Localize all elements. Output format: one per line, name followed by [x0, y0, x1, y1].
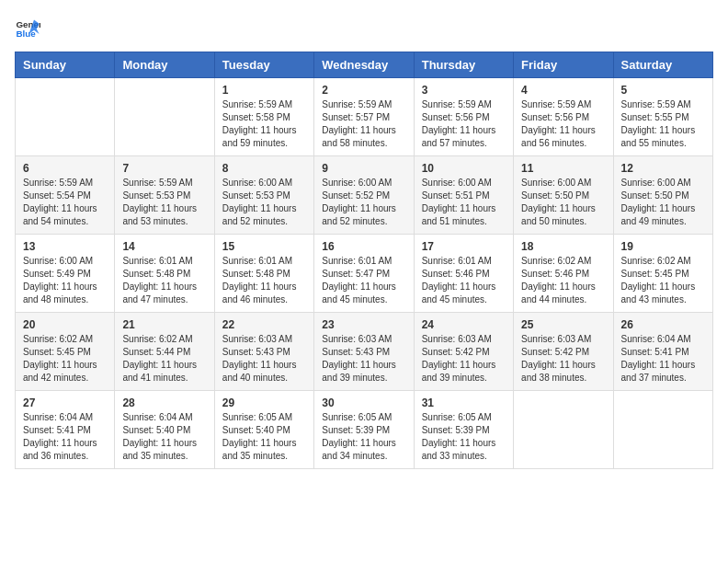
- calendar-cell: 8Sunrise: 6:00 AM Sunset: 5:53 PM Daylig…: [214, 156, 313, 235]
- calendar-cell: 7Sunrise: 5:59 AM Sunset: 5:53 PM Daylig…: [115, 156, 214, 235]
- page-header: General Blue: [15, 15, 713, 40]
- day-info: Sunrise: 6:01 AM Sunset: 5:46 PM Dayligh…: [422, 255, 506, 306]
- day-info: Sunrise: 6:00 AM Sunset: 5:50 PM Dayligh…: [521, 177, 605, 228]
- calendar-cell: 2Sunrise: 5:59 AM Sunset: 5:57 PM Daylig…: [314, 78, 414, 156]
- day-of-week-header: Sunday: [16, 52, 115, 78]
- day-info: Sunrise: 5:59 AM Sunset: 5:58 PM Dayligh…: [222, 98, 306, 150]
- calendar-cell: 26Sunrise: 6:04 AM Sunset: 5:41 PM Dayli…: [613, 313, 712, 391]
- day-info: Sunrise: 6:00 AM Sunset: 5:53 PM Dayligh…: [222, 177, 306, 228]
- calendar-cell: [514, 391, 613, 469]
- day-number: 28: [122, 396, 206, 409]
- day-info: Sunrise: 6:00 AM Sunset: 5:51 PM Dayligh…: [422, 177, 506, 228]
- calendar-cell: 10Sunrise: 6:00 AM Sunset: 5:51 PM Dayli…: [414, 156, 513, 235]
- day-number: 26: [621, 318, 705, 331]
- day-info: Sunrise: 6:05 AM Sunset: 5:40 PM Dayligh…: [222, 411, 306, 463]
- calendar-week-row: 20Sunrise: 6:02 AM Sunset: 5:45 PM Dayli…: [16, 313, 713, 391]
- calendar-cell: 19Sunrise: 6:02 AM Sunset: 5:45 PM Dayli…: [613, 235, 712, 313]
- calendar-cell: 22Sunrise: 6:03 AM Sunset: 5:43 PM Dayli…: [214, 313, 313, 391]
- day-number: 21: [122, 318, 206, 331]
- day-info: Sunrise: 6:04 AM Sunset: 5:41 PM Dayligh…: [23, 411, 107, 463]
- calendar-cell: 11Sunrise: 6:00 AM Sunset: 5:50 PM Dayli…: [514, 156, 613, 235]
- day-info: Sunrise: 6:05 AM Sunset: 5:39 PM Dayligh…: [322, 411, 405, 463]
- calendar-cell: 9Sunrise: 6:00 AM Sunset: 5:52 PM Daylig…: [314, 156, 414, 235]
- day-number: 24: [422, 318, 506, 331]
- day-number: 3: [422, 84, 506, 97]
- day-info: Sunrise: 6:00 AM Sunset: 5:49 PM Dayligh…: [23, 255, 107, 306]
- day-number: 1: [222, 84, 306, 97]
- day-info: Sunrise: 5:59 AM Sunset: 5:54 PM Dayligh…: [23, 177, 107, 228]
- day-info: Sunrise: 6:04 AM Sunset: 5:40 PM Dayligh…: [122, 411, 206, 463]
- calendar-cell: 29Sunrise: 6:05 AM Sunset: 5:40 PM Dayli…: [214, 391, 313, 469]
- day-info: Sunrise: 6:04 AM Sunset: 5:41 PM Dayligh…: [621, 333, 705, 385]
- day-info: Sunrise: 5:59 AM Sunset: 5:53 PM Dayligh…: [122, 177, 206, 228]
- day-info: Sunrise: 6:03 AM Sunset: 5:42 PM Dayligh…: [422, 333, 506, 385]
- day-info: Sunrise: 5:59 AM Sunset: 5:56 PM Dayligh…: [422, 98, 506, 150]
- day-number: 17: [422, 240, 506, 253]
- calendar-week-row: 13Sunrise: 6:00 AM Sunset: 5:49 PM Dayli…: [16, 235, 713, 313]
- day-info: Sunrise: 6:00 AM Sunset: 5:50 PM Dayligh…: [621, 177, 705, 228]
- day-number: 8: [222, 162, 306, 175]
- day-info: Sunrise: 6:05 AM Sunset: 5:39 PM Dayligh…: [422, 411, 506, 463]
- day-info: Sunrise: 6:03 AM Sunset: 5:42 PM Dayligh…: [521, 333, 605, 385]
- day-info: Sunrise: 6:00 AM Sunset: 5:52 PM Dayligh…: [322, 177, 405, 228]
- day-info: Sunrise: 6:01 AM Sunset: 5:48 PM Dayligh…: [122, 255, 206, 306]
- day-info: Sunrise: 6:03 AM Sunset: 5:43 PM Dayligh…: [222, 333, 306, 385]
- day-number: 4: [521, 84, 605, 97]
- day-number: 14: [122, 240, 206, 253]
- day-info: Sunrise: 6:02 AM Sunset: 5:45 PM Dayligh…: [621, 255, 705, 306]
- calendar-cell: 27Sunrise: 6:04 AM Sunset: 5:41 PM Dayli…: [16, 391, 115, 469]
- day-of-week-header: Saturday: [613, 52, 712, 78]
- calendar-cell: 21Sunrise: 6:02 AM Sunset: 5:44 PM Dayli…: [115, 313, 214, 391]
- day-number: 20: [23, 318, 107, 331]
- calendar-cell: 4Sunrise: 5:59 AM Sunset: 5:56 PM Daylig…: [514, 78, 613, 156]
- calendar-cell: 14Sunrise: 6:01 AM Sunset: 5:48 PM Dayli…: [115, 235, 214, 313]
- calendar-cell: 17Sunrise: 6:01 AM Sunset: 5:46 PM Dayli…: [414, 235, 513, 313]
- day-number: 11: [521, 162, 605, 175]
- calendar-cell: 12Sunrise: 6:00 AM Sunset: 5:50 PM Dayli…: [613, 156, 712, 235]
- day-number: 30: [322, 396, 405, 409]
- calendar-cell: [613, 391, 712, 469]
- calendar-cell: 16Sunrise: 6:01 AM Sunset: 5:47 PM Dayli…: [314, 235, 414, 313]
- day-number: 9: [322, 162, 405, 175]
- day-info: Sunrise: 6:02 AM Sunset: 5:46 PM Dayligh…: [521, 255, 605, 306]
- day-number: 23: [322, 318, 405, 331]
- day-number: 27: [23, 396, 107, 409]
- calendar-week-row: 27Sunrise: 6:04 AM Sunset: 5:41 PM Dayli…: [16, 391, 713, 469]
- calendar-cell: [16, 78, 115, 156]
- calendar-table: SundayMondayTuesdayWednesdayThursdayFrid…: [15, 52, 713, 469]
- calendar-cell: 24Sunrise: 6:03 AM Sunset: 5:42 PM Dayli…: [414, 313, 513, 391]
- day-of-week-header: Friday: [514, 52, 613, 78]
- day-number: 29: [222, 396, 306, 409]
- calendar-cell: 3Sunrise: 5:59 AM Sunset: 5:56 PM Daylig…: [414, 78, 513, 156]
- day-of-week-header: Tuesday: [214, 52, 313, 78]
- logo-icon: General Blue: [15, 15, 40, 40]
- calendar-week-row: 6Sunrise: 5:59 AM Sunset: 5:54 PM Daylig…: [16, 156, 713, 235]
- day-number: 6: [23, 162, 107, 175]
- calendar-cell: 5Sunrise: 5:59 AM Sunset: 5:55 PM Daylig…: [613, 78, 712, 156]
- calendar-cell: 13Sunrise: 6:00 AM Sunset: 5:49 PM Dayli…: [16, 235, 115, 313]
- calendar-cell: 31Sunrise: 6:05 AM Sunset: 5:39 PM Dayli…: [414, 391, 513, 469]
- day-number: 7: [122, 162, 206, 175]
- day-info: Sunrise: 6:02 AM Sunset: 5:45 PM Dayligh…: [23, 333, 107, 385]
- day-of-week-header: Wednesday: [314, 52, 414, 78]
- day-number: 19: [621, 240, 705, 253]
- calendar-cell: 20Sunrise: 6:02 AM Sunset: 5:45 PM Dayli…: [16, 313, 115, 391]
- calendar-cell: 23Sunrise: 6:03 AM Sunset: 5:43 PM Dayli…: [314, 313, 414, 391]
- day-number: 15: [222, 240, 306, 253]
- day-info: Sunrise: 5:59 AM Sunset: 5:57 PM Dayligh…: [322, 98, 405, 150]
- calendar-cell: 18Sunrise: 6:02 AM Sunset: 5:46 PM Dayli…: [514, 235, 613, 313]
- day-info: Sunrise: 5:59 AM Sunset: 5:55 PM Dayligh…: [621, 98, 705, 150]
- day-info: Sunrise: 6:03 AM Sunset: 5:43 PM Dayligh…: [322, 333, 405, 385]
- calendar-header-row: SundayMondayTuesdayWednesdayThursdayFrid…: [16, 52, 713, 78]
- calendar-cell: 30Sunrise: 6:05 AM Sunset: 5:39 PM Dayli…: [314, 391, 414, 469]
- calendar-cell: 25Sunrise: 6:03 AM Sunset: 5:42 PM Dayli…: [514, 313, 613, 391]
- calendar-cell: [115, 78, 214, 156]
- day-info: Sunrise: 6:02 AM Sunset: 5:44 PM Dayligh…: [122, 333, 206, 385]
- day-of-week-header: Monday: [115, 52, 214, 78]
- logo: General Blue: [15, 15, 44, 40]
- day-number: 22: [222, 318, 306, 331]
- day-number: 16: [322, 240, 405, 253]
- calendar-week-row: 1Sunrise: 5:59 AM Sunset: 5:58 PM Daylig…: [16, 78, 713, 156]
- calendar-cell: 28Sunrise: 6:04 AM Sunset: 5:40 PM Dayli…: [115, 391, 214, 469]
- calendar-cell: 15Sunrise: 6:01 AM Sunset: 5:48 PM Dayli…: [214, 235, 313, 313]
